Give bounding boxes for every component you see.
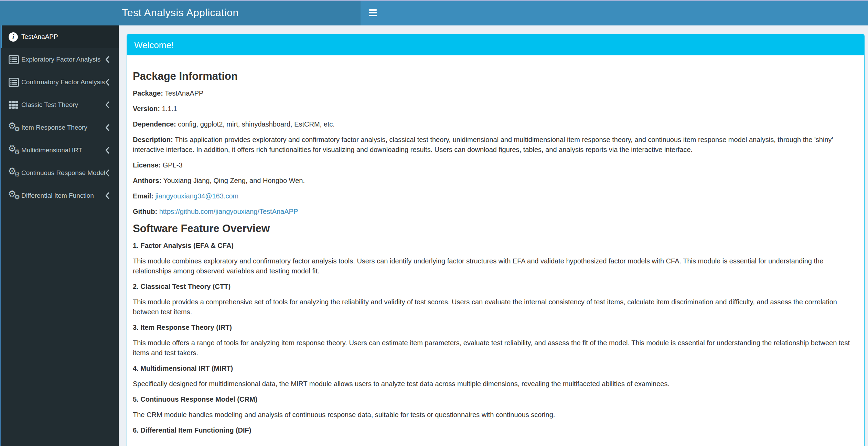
sidebar-item-label: Classic Test Theory [21, 101, 78, 109]
feature-text-irt: This module offers a range of tools for … [133, 338, 858, 358]
app-title: Test Analysis Application [0, 0, 361, 25]
feature-title-dif: 6. Differential Item Functioning (DIF) [133, 425, 858, 435]
content-area: Welcome! Package Information Package: Te… [119, 25, 868, 446]
feature-title-mirt: 4. Multidimensional IRT (MIRT) [133, 363, 858, 373]
sidebar-item-testanaapp[interactable]: TestAnaAPP [0, 25, 119, 48]
sidebar-item-label: Confirmatory Factor Analysis [21, 78, 105, 86]
description-field: Description: This application provides e… [133, 135, 858, 155]
sidebar-item-continuous-response-model[interactable]: ⚙⚙ Continuous Response Model [0, 162, 119, 184]
chevron-left-icon [105, 192, 110, 199]
feature-title-ctt: 2. Classical Test Theory (CTT) [133, 282, 858, 292]
feature-text-mirt: Specifically designed for multidimension… [133, 379, 858, 389]
github-link[interactable]: https://github.com/jiangyouxiang/TestAna… [159, 208, 298, 215]
github-field: Github: https://github.com/jiangyouxiang… [133, 207, 858, 217]
feature-title-crm: 5. Continuous Response Model (CRM) [133, 394, 858, 404]
license-field: License: GPL-3 [133, 160, 858, 170]
welcome-box: Welcome! Package Information Package: Te… [127, 34, 865, 446]
package-field: Package: TestAnaAPP [133, 88, 858, 98]
browser-edge-left [0, 25, 1, 446]
sidebar-item-multidimensional-irt[interactable]: ⚙⚙ Multidimensional IRT [0, 139, 119, 162]
chevron-left-icon [105, 146, 110, 154]
chevron-left-icon [105, 169, 110, 177]
feature-title-efa-cfa: 1. Factor Analysis (EFA & CFA) [133, 241, 858, 251]
list-icon [9, 55, 21, 64]
email-link[interactable]: jiangyouxiang34@163.com [156, 192, 239, 200]
sidebar-item-label: Item Response Theory [21, 124, 87, 131]
feature-text-efa-cfa: This module combines exploratory and con… [133, 256, 858, 276]
sidebar-item-label: Continuous Response Model [21, 169, 105, 177]
version-field: Version: 1.1.1 [133, 104, 858, 114]
gears-icon: ⚙⚙ [9, 189, 21, 202]
sidebar-item-differential-item-function[interactable]: ⚙⚙ Differential Item Function [0, 184, 119, 207]
chevron-left-icon [105, 101, 110, 109]
feature-text-ctt: This module provides a comprehensive set… [133, 297, 858, 317]
sidebar-item-label: Exploratory Factor Analysis [21, 56, 100, 63]
sidebar-toggle-button[interactable] [361, 0, 385, 25]
welcome-box-header: Welcome! [127, 35, 864, 55]
menu-icon [369, 9, 377, 16]
package-info-heading: Package Information [133, 70, 858, 83]
browser-edge-top [0, 0, 868, 1]
page-root: { "header": { "title": "Test Analysis Ap… [0, 0, 868, 446]
feature-text-crm: The CRM module handles modeling and anal… [133, 410, 858, 420]
sidebar-item-label: Differential Item Function [21, 192, 94, 199]
grid-icon [9, 100, 21, 109]
sidebar-item-item-response-theory[interactable]: ⚙⚙ Item Response Theory [0, 116, 119, 139]
list-icon [9, 78, 21, 87]
chevron-left-icon [105, 56, 110, 63]
sidebar-item-exploratory-factor-analysis[interactable]: Exploratory Factor Analysis [0, 48, 119, 71]
gears-icon: ⚙⚙ [9, 167, 21, 179]
email-field: Email: jiangyouxiang34@163.com [133, 191, 858, 201]
chevron-left-icon [105, 78, 110, 86]
sidebar-item-classic-test-theory[interactable]: Classic Test Theory [0, 94, 119, 116]
gears-icon: ⚙⚙ [9, 144, 21, 156]
feature-title-irt: 3. Item Response Theory (IRT) [133, 323, 858, 333]
dependence-field: Dependence: config, ggplot2, mirt, shiny… [133, 119, 858, 129]
sidebar: TestAnaAPP Exploratory Factor Analysis C… [0, 25, 119, 446]
app-header: Test Analysis Application [0, 0, 868, 25]
sidebar-menu: TestAnaAPP Exploratory Factor Analysis C… [0, 25, 119, 207]
sidebar-item-confirmatory-factor-analysis[interactable]: Confirmatory Factor Analysis [0, 71, 119, 94]
info-circle-icon [9, 32, 21, 42]
authors-field: Anthors: Youxiang Jiang, Qing Zeng, and … [133, 176, 858, 186]
chevron-left-icon [105, 124, 110, 131]
sidebar-item-label: TestAnaAPP [21, 33, 58, 41]
sidebar-item-label: Multidimensional IRT [21, 146, 82, 154]
features-heading: Software Feature Overview [133, 222, 858, 235]
gears-icon: ⚙⚙ [9, 121, 21, 134]
welcome-box-body: Package Information Package: TestAnaAPP … [127, 55, 864, 446]
